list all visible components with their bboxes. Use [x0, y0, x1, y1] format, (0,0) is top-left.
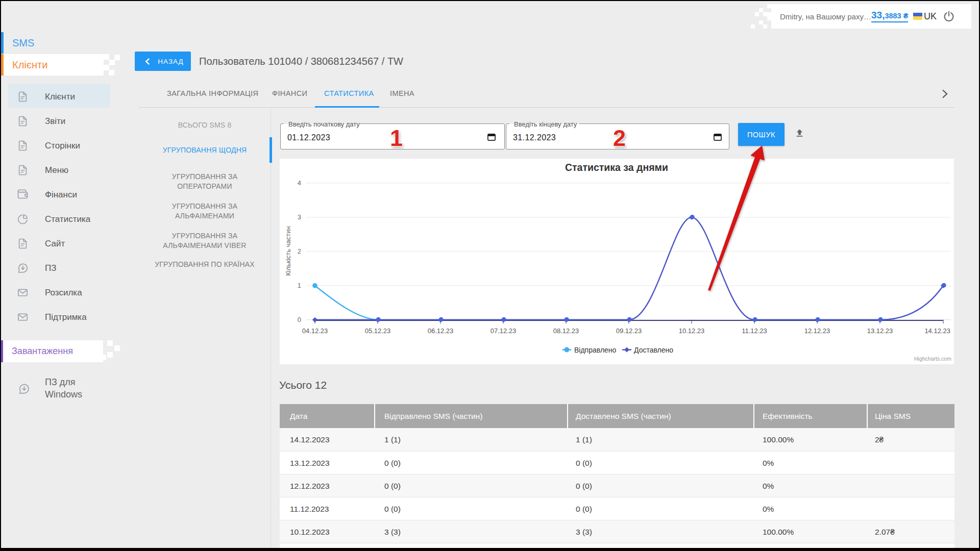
svg-text:07.12.23: 07.12.23 [491, 327, 517, 335]
svg-text:Відправлено: Відправлено [574, 346, 617, 354]
svg-text:05.12.23: 05.12.23 [365, 327, 391, 335]
svg-text:Статистика за днями: Статистика за днями [565, 162, 668, 173]
svg-text:3: 3 [298, 213, 301, 221]
svg-text:11.12.23: 11.12.23 [742, 327, 767, 335]
svg-text:10.12.23: 10.12.23 [679, 327, 705, 335]
svg-text:4: 4 [298, 179, 301, 187]
svg-text:Кількість частин: Кількість частин [284, 226, 292, 276]
svg-text:2: 2 [298, 247, 301, 255]
svg-text:Доставлено: Доставлено [634, 346, 673, 354]
svg-text:08.12.23: 08.12.23 [553, 327, 579, 335]
svg-text:0: 0 [298, 316, 301, 323]
svg-text:14.12.23: 14.12.23 [924, 327, 950, 335]
svg-text:Highcharts.com: Highcharts.com [914, 356, 951, 362]
svg-text:04.12.23: 04.12.23 [302, 327, 328, 335]
svg-text:12.12.23: 12.12.23 [804, 327, 830, 335]
svg-text:1: 1 [298, 282, 301, 289]
svg-text:06.12.23: 06.12.23 [428, 327, 454, 335]
svg-text:09.12.23: 09.12.23 [616, 327, 642, 335]
svg-text:13.12.23: 13.12.23 [867, 327, 893, 335]
